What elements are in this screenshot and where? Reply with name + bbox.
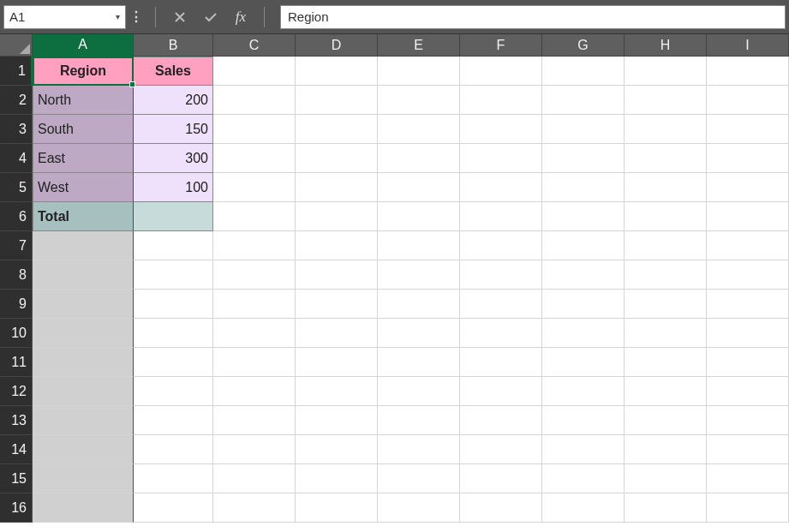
row-header-14[interactable]: 14 [0, 435, 33, 464]
cell-D3[interactable] [296, 115, 378, 144]
cell-A14[interactable] [33, 435, 134, 464]
row-header-9[interactable]: 9 [0, 290, 33, 319]
cell-G5[interactable] [542, 173, 625, 202]
cell-G8[interactable] [542, 260, 625, 290]
cell-I16[interactable] [707, 493, 789, 523]
cell-H14[interactable] [625, 435, 707, 464]
cell-B9[interactable] [134, 290, 213, 319]
cell-E12[interactable] [378, 377, 460, 406]
cell-G10[interactable] [542, 319, 625, 348]
cell-F6[interactable] [460, 202, 542, 231]
cell-B2[interactable]: 200 [134, 86, 213, 115]
cell-H8[interactable] [625, 260, 707, 290]
col-header-e[interactable]: E [378, 34, 460, 57]
cell-B1[interactable]: Sales [134, 57, 213, 86]
cancel-icon[interactable] [164, 5, 195, 29]
fx-label[interactable]: fx [226, 9, 255, 26]
cell-B4[interactable]: 300 [134, 144, 213, 173]
cell-C13[interactable] [213, 406, 296, 435]
cell-G12[interactable] [542, 377, 625, 406]
cell-F2[interactable] [460, 86, 542, 115]
row-header-13[interactable]: 13 [0, 406, 33, 435]
cell-A13[interactable] [33, 406, 134, 435]
cell-D15[interactable] [296, 464, 378, 493]
row-header-11[interactable]: 11 [0, 348, 33, 377]
cell-B7[interactable] [134, 231, 213, 260]
cell-H11[interactable] [625, 348, 707, 377]
cell-G11[interactable] [542, 348, 625, 377]
cell-I6[interactable] [707, 202, 789, 231]
cell-D7[interactable] [296, 231, 378, 260]
col-header-i[interactable]: I [707, 34, 789, 57]
cell-E1[interactable] [378, 57, 460, 86]
cell-D16[interactable] [296, 493, 378, 523]
cell-E4[interactable] [378, 144, 460, 173]
cell-C16[interactable] [213, 493, 296, 523]
row-header-1[interactable]: 1 [0, 57, 33, 86]
cell-E7[interactable] [378, 231, 460, 260]
cell-I14[interactable] [707, 435, 789, 464]
cell-F10[interactable] [460, 319, 542, 348]
cell-I10[interactable] [707, 319, 789, 348]
cell-C7[interactable] [213, 231, 296, 260]
cell-D2[interactable] [296, 86, 378, 115]
col-header-b[interactable]: B [134, 34, 213, 57]
cell-C9[interactable] [213, 290, 296, 319]
cell-A12[interactable] [33, 377, 134, 406]
formula-input[interactable]: Region [280, 5, 786, 29]
cells-area[interactable]: RegionSalesNorth200South150East300West10… [33, 57, 789, 523]
cell-B10[interactable] [134, 319, 213, 348]
col-header-a[interactable]: A [33, 34, 134, 57]
cell-B12[interactable] [134, 377, 213, 406]
cell-D11[interactable] [296, 348, 378, 377]
cell-C14[interactable] [213, 435, 296, 464]
cell-D13[interactable] [296, 406, 378, 435]
cell-A4[interactable]: East [33, 144, 134, 173]
cell-H16[interactable] [625, 493, 707, 523]
accept-icon[interactable] [195, 5, 226, 29]
cell-H1[interactable] [625, 57, 707, 86]
cell-G16[interactable] [542, 493, 625, 523]
cell-C15[interactable] [213, 464, 296, 493]
cell-H3[interactable] [625, 115, 707, 144]
cell-I15[interactable] [707, 464, 789, 493]
cell-A6[interactable]: Total [33, 202, 134, 231]
cell-B15[interactable] [134, 464, 213, 493]
cell-H13[interactable] [625, 406, 707, 435]
cell-H15[interactable] [625, 464, 707, 493]
cell-D8[interactable] [296, 260, 378, 290]
cell-A9[interactable] [33, 290, 134, 319]
cell-I13[interactable] [707, 406, 789, 435]
row-header-16[interactable]: 16 [0, 493, 33, 523]
cell-E3[interactable] [378, 115, 460, 144]
row-header-15[interactable]: 15 [0, 464, 33, 493]
cell-H10[interactable] [625, 319, 707, 348]
cell-E15[interactable] [378, 464, 460, 493]
cell-I2[interactable] [707, 86, 789, 115]
cell-C5[interactable] [213, 173, 296, 202]
cell-B3[interactable]: 150 [134, 115, 213, 144]
row-header-7[interactable]: 7 [0, 231, 33, 260]
cell-I5[interactable] [707, 173, 789, 202]
cell-B14[interactable] [134, 435, 213, 464]
cell-A1[interactable]: Region [33, 57, 134, 86]
cell-E8[interactable] [378, 260, 460, 290]
cell-G15[interactable] [542, 464, 625, 493]
cell-D6[interactable] [296, 202, 378, 231]
cell-E13[interactable] [378, 406, 460, 435]
row-header-5[interactable]: 5 [0, 173, 33, 202]
cell-A15[interactable] [33, 464, 134, 493]
row-header-12[interactable]: 12 [0, 377, 33, 406]
cell-B13[interactable] [134, 406, 213, 435]
cell-B16[interactable] [134, 493, 213, 523]
col-header-d[interactable]: D [296, 34, 378, 57]
cell-F12[interactable] [460, 377, 542, 406]
cell-B6[interactable] [134, 202, 213, 231]
cell-I7[interactable] [707, 231, 789, 260]
cell-E14[interactable] [378, 435, 460, 464]
cell-E10[interactable] [378, 319, 460, 348]
cell-A3[interactable]: South [33, 115, 134, 144]
cell-I8[interactable] [707, 260, 789, 290]
cell-F13[interactable] [460, 406, 542, 435]
cell-I3[interactable] [707, 115, 789, 144]
